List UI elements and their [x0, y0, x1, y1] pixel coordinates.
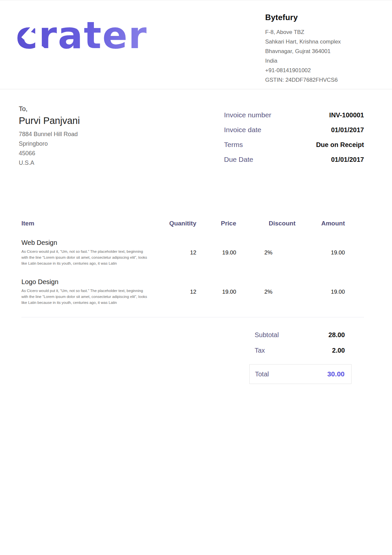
- meta-row-due-date: Due Date 01/01/2017: [224, 156, 364, 163]
- table-row: Web Design As Cicero would put it, “Um, …: [21, 239, 364, 266]
- tax-row: Tax 2.00: [249, 347, 351, 354]
- invoice-page: crater Bytefury F-8, Above TBZ Sahkari H…: [0, 0, 392, 555]
- item-name: Web Design: [21, 239, 163, 247]
- terms-label: Terms: [224, 141, 243, 149]
- crater-wordmark: crater: [16, 17, 148, 54]
- item-name: Logo Design: [21, 278, 163, 286]
- items-table: Item Quanitity Price Discount Amount Web…: [21, 220, 364, 306]
- due-date-value: 01/01/2017: [331, 156, 364, 163]
- item-description-line: like Latin because in its youth, centuri…: [21, 261, 163, 267]
- totals-section: Subtotal 28.00 Tax 2.00 Total 30.00: [0, 317, 392, 384]
- subtotal-label: Subtotal: [255, 331, 279, 339]
- tax-label: Tax: [255, 347, 265, 354]
- item-description-line: with the line “Lorem ipsum dolor sit ame…: [21, 294, 163, 300]
- customer-address-line: 7884 Bunnel Hill Road: [19, 130, 80, 139]
- col-header-quantity: Quanitity: [163, 220, 196, 227]
- bill-to-block: To, Purvi Panjvani 7884 Bunnel Hill Road…: [19, 105, 80, 170]
- customer-name: Purvi Panjvani: [19, 115, 80, 126]
- company-phone: +91-08141901002: [265, 66, 364, 75]
- item-description-line: As Cicero would put it, “Um, not so fast…: [21, 249, 163, 255]
- item-description: As Cicero would put it, “Um, not so fast…: [21, 288, 163, 306]
- total-box: Total 30.00: [249, 364, 351, 384]
- col-header-item: Item: [21, 220, 163, 227]
- meta-row-invoice-date: Invoice date 01/01/2017: [224, 126, 364, 134]
- invoice-meta: Invoice number INV-100001 Invoice date 0…: [224, 111, 364, 170]
- meta-row-terms: Terms Due on Receipt: [224, 141, 364, 149]
- items-table-header: Item Quanitity Price Discount Amount: [21, 220, 364, 227]
- col-header-price: Price: [196, 220, 236, 227]
- item-quantity: 12: [163, 249, 196, 256]
- company-name: Bytefury: [265, 13, 364, 22]
- company-address-line: India: [265, 56, 364, 66]
- crater-logo: crater: [16, 17, 148, 66]
- company-gstin: GSTIN: 24DDF7682FHVCS6: [265, 75, 364, 85]
- item-cell: Logo Design As Cicero would put it, “Um,…: [21, 278, 163, 306]
- customer-address-line: 45066: [19, 149, 80, 158]
- invoice-number-label: Invoice number: [224, 111, 271, 119]
- company-address-line: Bhavnagar, Gujrat 364001: [265, 46, 364, 56]
- tax-value: 2.00: [332, 347, 345, 354]
- item-quantity: 12: [163, 289, 196, 295]
- invoice-number-value: INV-100001: [329, 111, 364, 119]
- bill-to-prefix: To,: [19, 105, 80, 113]
- item-amount: 19.00: [295, 289, 364, 295]
- invoice-header: crater Bytefury F-8, Above TBZ Sahkari H…: [0, 0, 392, 89]
- item-description-line: with the line “Lorem ipsum dolor sit ame…: [21, 255, 163, 261]
- address-section: To, Purvi Panjvani 7884 Bunnel Hill Road…: [0, 89, 392, 170]
- terms-value: Due on Receipt: [316, 141, 364, 149]
- item-description-line: As Cicero would put it, “Um, not so fast…: [21, 288, 163, 294]
- item-cell: Web Design As Cicero would put it, “Um, …: [21, 239, 163, 266]
- due-date-label: Due Date: [224, 156, 253, 163]
- item-discount: 2%: [236, 289, 295, 295]
- invoice-date-value: 01/01/2017: [331, 126, 364, 134]
- item-price: 19.00: [196, 289, 236, 295]
- subtotal-value: 28.00: [328, 331, 345, 339]
- item-discount: 2%: [236, 249, 295, 256]
- item-description-line: like Latin because in its youth, centuri…: [21, 300, 163, 306]
- customer-address-line: U.S.A: [19, 158, 80, 168]
- col-header-discount: Discount: [236, 220, 295, 227]
- table-row: Logo Design As Cicero would put it, “Um,…: [21, 278, 364, 306]
- company-address-line: F-8, Above TBZ: [265, 27, 364, 37]
- invoice-date-label: Invoice date: [224, 126, 261, 134]
- col-header-amount: Amount: [295, 220, 364, 227]
- item-amount: 19.00: [295, 249, 364, 256]
- total-value: 30.00: [327, 370, 345, 378]
- company-block: Bytefury F-8, Above TBZ Sahkari Hart, Kr…: [265, 13, 364, 89]
- customer-address-line: Springboro: [19, 139, 80, 149]
- meta-row-invoice-number: Invoice number INV-100001: [224, 111, 364, 119]
- subtotal-row: Subtotal 28.00: [249, 331, 351, 339]
- company-address-line: Sahkari Hart, Krishna complex: [265, 37, 364, 46]
- total-label: Total: [255, 370, 269, 378]
- item-description: As Cicero would put it, “Um, not so fast…: [21, 249, 163, 266]
- item-price: 19.00: [196, 249, 236, 256]
